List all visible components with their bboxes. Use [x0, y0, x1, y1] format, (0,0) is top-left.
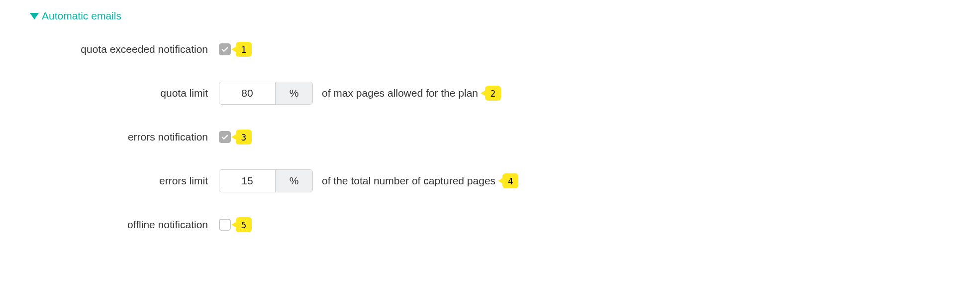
annotation-badge-1: 1	[236, 42, 252, 57]
row-errors-notification: errors notification 3	[30, 130, 950, 144]
checkbox-quota-exceeded[interactable]	[219, 43, 231, 55]
label-quota-exceeded: quota exceeded notification	[30, 43, 219, 55]
input-quota-limit[interactable]	[219, 82, 275, 104]
row-quota-exceeded: quota exceeded notification 1	[30, 42, 950, 57]
input-group-errors-limit: %	[219, 169, 313, 192]
input-errors-limit[interactable]	[219, 170, 275, 192]
section-title: Automatic emails	[42, 10, 121, 22]
annotation-badge-3: 3	[236, 130, 252, 144]
caret-down-icon	[30, 13, 39, 19]
annotation-badge-2: 2	[485, 86, 501, 101]
label-quota-limit: quota limit	[30, 87, 219, 99]
unit-percent: %	[275, 170, 312, 192]
form-rows: quota exceeded notification 1 quota limi…	[30, 42, 950, 232]
checkbox-offline-notification[interactable]	[219, 219, 231, 231]
input-group-quota-limit: %	[219, 82, 313, 105]
desc-errors-limit: of the total number of captured pages	[322, 175, 495, 187]
label-errors-notification: errors notification	[30, 131, 219, 143]
annotation-badge-4: 4	[502, 173, 518, 188]
row-quota-limit: quota limit % of max pages allowed for t…	[30, 82, 950, 105]
checkbox-errors-notification[interactable]	[219, 131, 231, 143]
check-icon	[221, 133, 229, 141]
row-offline-notification: offline notification 5	[30, 217, 950, 232]
check-icon	[221, 45, 229, 53]
label-offline-notification: offline notification	[30, 219, 219, 231]
row-errors-limit: errors limit % of the total number of ca…	[30, 169, 950, 192]
desc-quota-limit: of max pages allowed for the plan	[322, 87, 478, 99]
section-header-automatic-emails[interactable]: Automatic emails	[30, 10, 950, 22]
annotation-badge-5: 5	[236, 217, 252, 232]
unit-percent: %	[275, 82, 312, 104]
label-errors-limit: errors limit	[30, 175, 219, 187]
